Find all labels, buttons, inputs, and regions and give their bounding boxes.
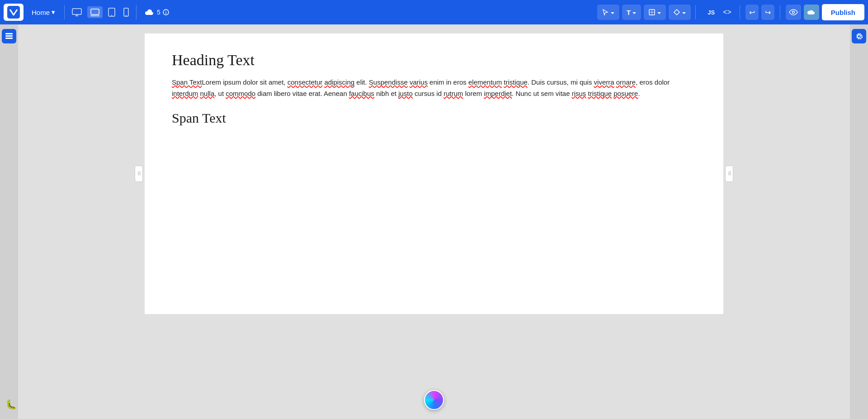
cloud-save-button[interactable] xyxy=(804,5,819,20)
main-area: ⠿ Heading Text Span TextLorem ipsum dolo… xyxy=(0,24,868,419)
viverra-word: viverra xyxy=(594,78,614,86)
device-icons xyxy=(69,6,132,19)
js-button[interactable]: JS xyxy=(705,7,717,18)
ai-assistant-button[interactable] xyxy=(424,390,444,410)
canvas-resize-left[interactable]: ⠿ xyxy=(135,166,143,182)
span-text-block: Span Text xyxy=(172,110,696,126)
toolbar-divider-4 xyxy=(740,5,740,19)
bottom-bar xyxy=(424,390,444,410)
toolbar-divider-1 xyxy=(64,5,65,19)
cloud-count: 5 xyxy=(157,9,160,16)
adipiscing-word: adipiscing xyxy=(324,78,354,86)
nulla-word: nulla xyxy=(200,90,215,97)
commodo-word: commodo xyxy=(226,90,255,97)
suspendisse-word: Suspendisse xyxy=(369,78,408,86)
posuere-word: posuere xyxy=(613,90,638,97)
canvas-area: ⠿ Heading Text Span TextLorem ipsum dolo… xyxy=(18,24,850,419)
home-button[interactable]: Home ▾ xyxy=(27,6,60,18)
svg-rect-0 xyxy=(7,6,20,19)
heading-text: Heading Text xyxy=(172,52,696,69)
toolbar: Home ▾ xyxy=(0,0,868,24)
canvas-resize-right[interactable]: ⠿ xyxy=(725,166,733,182)
risus-word: risus xyxy=(572,90,586,97)
svg-point-9 xyxy=(126,15,127,16)
text-tool-button[interactable]: T xyxy=(622,5,641,20)
toolbar-divider-3 xyxy=(695,5,696,19)
undo-button[interactable]: ↩ xyxy=(745,5,759,20)
rutrum-word: rutrum xyxy=(443,90,463,97)
logo-button[interactable] xyxy=(4,4,24,21)
imperdiet-word: imperdiet xyxy=(484,90,512,97)
device-laptop[interactable] xyxy=(87,6,103,18)
cloud-badge[interactable]: 5 i xyxy=(141,7,173,18)
home-chevron: ▾ xyxy=(52,8,55,16)
svg-rect-14 xyxy=(5,33,13,34)
svg-point-13 xyxy=(792,11,794,14)
elementum-word: elementum xyxy=(468,78,502,86)
diamond-tool-button[interactable] xyxy=(669,5,691,20)
cursor-tool-button[interactable] xyxy=(597,5,619,20)
justo-word: justo xyxy=(398,90,413,97)
right-sidebar xyxy=(850,24,868,419)
redo-button[interactable]: ↪ xyxy=(761,5,774,20)
interdum-word: interdum xyxy=(172,90,198,97)
canvas[interactable]: ⠿ Heading Text Span TextLorem ipsum dolo… xyxy=(145,33,723,314)
tristique-word: tristique xyxy=(504,78,528,86)
svg-point-7 xyxy=(111,15,112,16)
svg-rect-15 xyxy=(5,35,13,37)
svg-text:i: i xyxy=(165,10,167,15)
consectetur-word: consectetur xyxy=(288,78,323,86)
device-tablet[interactable] xyxy=(105,6,118,19)
home-label: Home xyxy=(32,9,50,16)
svg-rect-16 xyxy=(5,38,13,39)
shape-tool-button[interactable] xyxy=(644,5,666,20)
toolbar-divider-2 xyxy=(136,5,137,19)
code-button[interactable]: <> xyxy=(720,6,734,18)
publish-button[interactable]: Publish xyxy=(822,4,864,20)
span-text-label: Span Text xyxy=(172,78,202,86)
varius-word: varius xyxy=(410,78,428,86)
toolbar-right: JS <> ↩ ↪ Publish xyxy=(705,4,864,20)
layers-button[interactable] xyxy=(2,29,16,43)
svg-rect-4 xyxy=(91,9,99,14)
faucibus-word: faucibus xyxy=(349,90,374,97)
tristique2-word: tristique xyxy=(588,90,612,97)
device-mobile[interactable] xyxy=(121,6,132,19)
toolbar-divider-5 xyxy=(780,5,780,19)
bug-icon: 🐛 xyxy=(5,399,17,410)
settings-button[interactable] xyxy=(852,29,866,43)
toolbar-tools: T xyxy=(597,5,691,20)
body-text: Span TextLorem ipsum dolor sit amet, con… xyxy=(172,77,696,100)
left-sidebar xyxy=(0,24,18,419)
device-desktop[interactable] xyxy=(69,6,85,18)
preview-button[interactable] xyxy=(786,5,801,20)
svg-rect-1 xyxy=(72,9,81,14)
ornare-word: ornare xyxy=(616,78,636,86)
bug-button[interactable]: 🐛 xyxy=(4,397,18,412)
